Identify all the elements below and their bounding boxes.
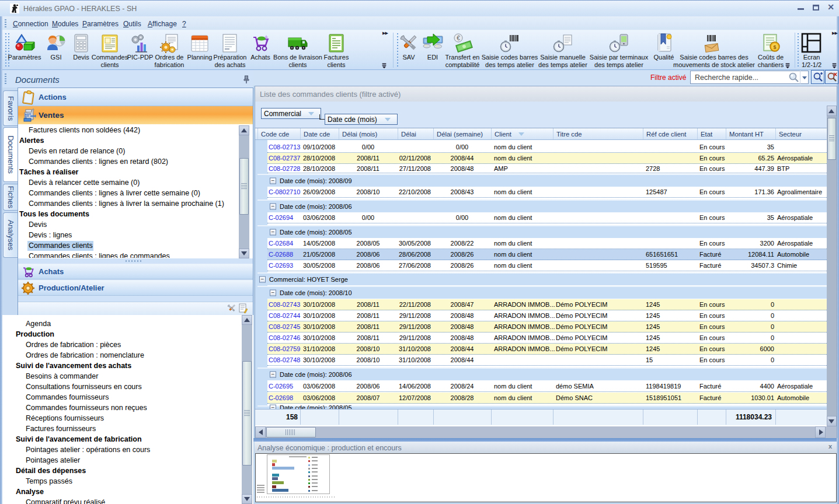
svg-text:€: € xyxy=(457,35,460,41)
svg-text:$: $ xyxy=(773,44,776,50)
